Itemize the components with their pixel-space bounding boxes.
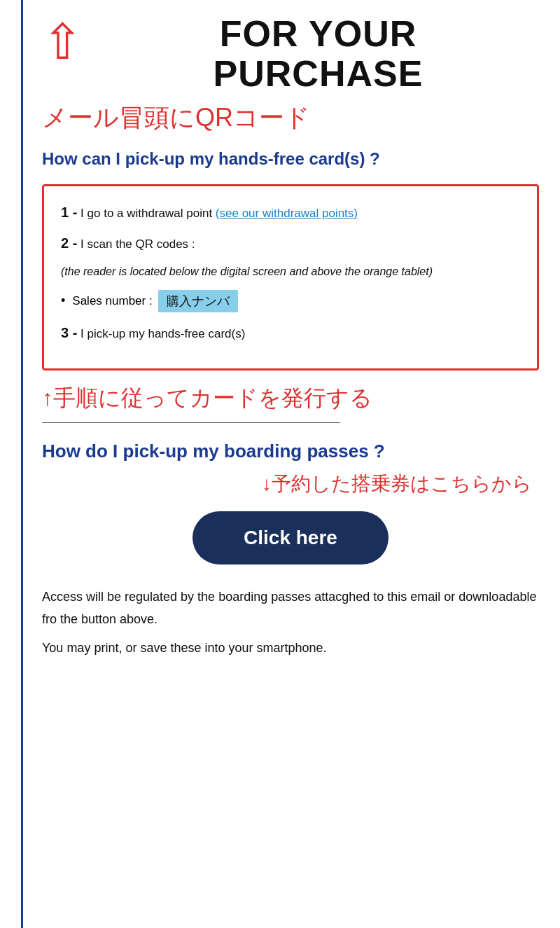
boarding-heading: How do I pick-up my boarding passes ? [42,440,539,464]
step-2-note: (the reader is located below the digital… [61,263,520,280]
step-2-text: I scan the QR codes : [80,237,195,251]
left-border [21,0,23,928]
sales-number-row: • Sales number : 購入ナンバ [61,290,520,312]
body-paragraph-1: Access will be regulated by the boarding… [42,586,539,631]
step-3: 3 - I pick-up my hands-free card(s) [61,322,520,343]
divider [42,422,340,423]
sales-number-value: 購入ナンバ [158,290,238,312]
japanese-footer: ↑手順に従ってカードを発行する [42,385,539,411]
japanese-title: メール冒頭にQRコード [42,101,539,135]
withdrawal-link[interactable]: (see our withdrawal points) [216,207,358,220]
bullet-icon: • [61,293,65,308]
step-1: 1 - I go to a withdrawal point (see our … [61,202,520,223]
step-3-number: 3 - [61,325,77,340]
up-arrow-icon: ⇧ [42,18,83,67]
header-row: ⇧ FOR YOUR PURCHASE [42,14,539,94]
step-3-text: I pick-up my hands-free card(s) [80,327,245,340]
main-title: FOR YOUR PURCHASE [97,14,539,94]
step-2-number: 2 - [61,235,77,251]
pickup-heading: How can I pick-up my hands-free card(s) … [42,148,539,169]
click-here-button[interactable]: Click here [192,511,388,565]
bullet-label: Sales number : [72,294,152,308]
boarding-japanese-sub: ↓予約した搭乗券はこちらから [42,471,539,497]
instructions-box: 1 - I go to a withdrawal point (see our … [42,184,539,370]
step-1-text: I go to a withdrawal point [80,207,216,220]
body-paragraph-2: You may print, or save these into your s… [42,637,539,659]
step-1-number: 1 - [61,205,77,220]
step-2: 2 - I scan the QR codes : [61,233,520,254]
